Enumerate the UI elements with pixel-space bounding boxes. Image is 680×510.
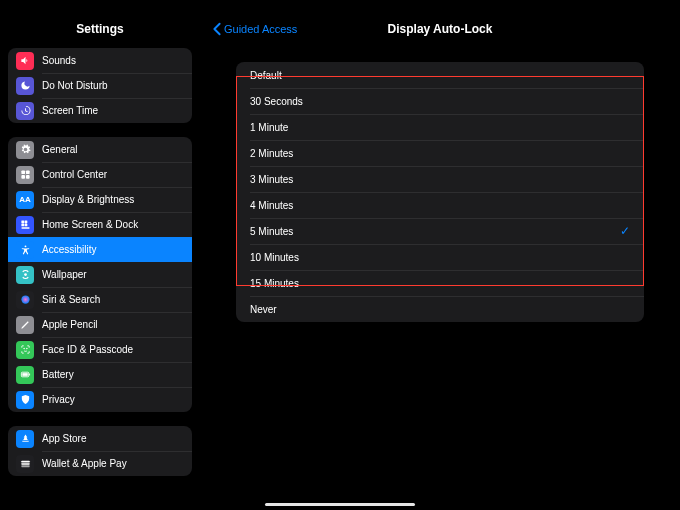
sidebar-item-accessibility[interactable]: Accessibility: [8, 237, 192, 262]
home-screen-icon: [16, 216, 34, 234]
general-icon: [16, 141, 34, 159]
svg-rect-20: [22, 441, 28, 442]
app-store-icon: [16, 430, 34, 448]
autolock-option[interactable]: Never: [236, 296, 644, 322]
sidebar-item-sounds[interactable]: Sounds: [8, 48, 192, 73]
sidebar-item-label: Sounds: [42, 55, 76, 66]
sidebar-group-2: GeneralControl CenterAADisplay & Brightn…: [8, 137, 192, 412]
sidebar-item-home-screen[interactable]: Home Screen & Dock: [8, 212, 192, 237]
svg-point-12: [24, 245, 26, 247]
sidebar-group-1: SoundsDo Not DisturbScreen Time: [8, 48, 192, 123]
sidebar-title: Settings: [0, 22, 200, 36]
sidebar-item-label: Control Center: [42, 169, 107, 180]
sidebar-item-siri[interactable]: Siri & Search: [8, 287, 192, 312]
autolock-option[interactable]: 30 Seconds: [236, 88, 644, 114]
sidebar-item-display-brightness[interactable]: AADisplay & Brightness: [8, 187, 192, 212]
svg-rect-19: [22, 373, 28, 376]
sidebar-item-wallet[interactable]: Wallet & Apple Pay: [8, 451, 192, 476]
svg-rect-8: [24, 220, 27, 223]
svg-point-16: [26, 348, 27, 349]
sounds-icon: [16, 52, 34, 70]
svg-rect-6: [25, 175, 29, 179]
svg-rect-9: [21, 224, 24, 227]
sidebar-item-dnd[interactable]: Do Not Disturb: [8, 73, 192, 98]
option-label: Never: [250, 304, 277, 315]
sidebar-item-label: Privacy: [42, 394, 75, 405]
checkmark-icon: ✓: [620, 224, 630, 238]
option-label: 4 Minutes: [250, 200, 293, 211]
autolock-option[interactable]: Default: [236, 62, 644, 88]
autolock-option[interactable]: 1 Minute: [236, 114, 644, 140]
sidebar-item-label: App Store: [42, 433, 86, 444]
chevron-left-icon: [212, 22, 222, 36]
svg-point-14: [21, 295, 29, 303]
svg-point-13: [24, 273, 27, 276]
home-indicator: [265, 503, 415, 506]
svg-rect-10: [24, 224, 27, 227]
option-label: 2 Minutes: [250, 148, 293, 159]
svg-rect-3: [21, 170, 25, 174]
page-title: Display Auto-Lock: [388, 22, 493, 36]
screen-time-icon: [16, 102, 34, 120]
sidebar-item-label: Face ID & Passcode: [42, 344, 133, 355]
svg-rect-7: [21, 220, 24, 223]
option-label: 1 Minute: [250, 122, 288, 133]
option-label: 3 Minutes: [250, 174, 293, 185]
option-label: 15 Minutes: [250, 278, 299, 289]
faceid-icon: [16, 341, 34, 359]
sidebar-item-label: Home Screen & Dock: [42, 219, 138, 230]
accessibility-icon: [16, 241, 34, 259]
sidebar-item-wallpaper[interactable]: Wallpaper: [8, 262, 192, 287]
autolock-option[interactable]: 4 Minutes: [236, 192, 644, 218]
privacy-icon: [16, 391, 34, 409]
sidebar-item-screen-time[interactable]: Screen Time: [8, 98, 192, 123]
autolock-option[interactable]: 15 Minutes: [236, 270, 644, 296]
sidebar-item-general[interactable]: General: [8, 137, 192, 162]
autolock-option[interactable]: 2 Minutes: [236, 140, 644, 166]
option-label: Default: [250, 70, 282, 81]
sidebar-item-label: Apple Pencil: [42, 319, 98, 330]
svg-point-15: [23, 348, 24, 349]
sidebar-item-label: Do Not Disturb: [42, 80, 108, 91]
svg-rect-22: [21, 463, 29, 465]
svg-rect-4: [25, 170, 29, 174]
sidebar-item-control-center[interactable]: Control Center: [8, 162, 192, 187]
svg-rect-21: [21, 461, 29, 463]
dnd-icon: [16, 77, 34, 95]
detail-pane: Guided Access Display Auto-Lock Default3…: [200, 0, 680, 510]
siri-icon: [16, 291, 34, 309]
navbar: Guided Access Display Auto-Lock: [200, 12, 680, 46]
sidebar-group-3: App StoreWallet & Apple Pay: [8, 426, 192, 476]
sidebar-item-label: Wallpaper: [42, 269, 87, 280]
battery-icon: [16, 366, 34, 384]
autolock-option[interactable]: 3 Minutes: [236, 166, 644, 192]
back-label: Guided Access: [224, 23, 297, 35]
sidebar-item-label: General: [42, 144, 78, 155]
sidebar-item-label: Display & Brightness: [42, 194, 134, 205]
option-label: 30 Seconds: [250, 96, 303, 107]
autolock-option[interactable]: 5 Minutes✓: [236, 218, 644, 244]
autolock-option[interactable]: 10 Minutes: [236, 244, 644, 270]
sidebar-item-label: Wallet & Apple Pay: [42, 458, 127, 469]
sidebar-item-apple-pencil[interactable]: Apple Pencil: [8, 312, 192, 337]
display-brightness-icon: AA: [16, 191, 34, 209]
sidebar-item-label: Battery: [42, 369, 74, 380]
sidebar-item-privacy[interactable]: Privacy: [8, 387, 192, 412]
sidebar-item-app-store[interactable]: App Store: [8, 426, 192, 451]
sidebar-item-faceid[interactable]: Face ID & Passcode: [8, 337, 192, 362]
sidebar-item-battery[interactable]: Battery: [8, 362, 192, 387]
apple-pencil-icon: [16, 316, 34, 334]
option-label: 10 Minutes: [250, 252, 299, 263]
wallpaper-icon: [16, 266, 34, 284]
wallet-icon: [16, 455, 34, 473]
back-button[interactable]: Guided Access: [212, 22, 297, 36]
control-center-icon: [16, 166, 34, 184]
settings-sidebar: Settings SoundsDo Not DisturbScreen Time…: [0, 0, 200, 510]
option-label: 5 Minutes: [250, 226, 293, 237]
sidebar-item-label: Screen Time: [42, 105, 98, 116]
svg-rect-18: [29, 374, 30, 376]
sidebar-item-label: Accessibility: [42, 244, 96, 255]
autolock-options: Default30 Seconds1 Minute2 Minutes3 Minu…: [236, 62, 644, 322]
svg-rect-5: [21, 175, 25, 179]
svg-rect-11: [21, 227, 29, 228]
